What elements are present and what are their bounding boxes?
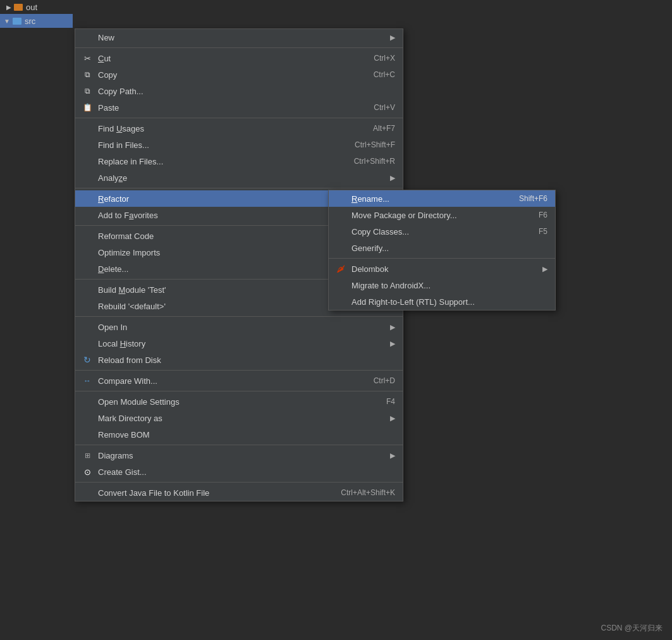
menu-item-analyze[interactable]: Analyze ▶ (75, 169, 403, 186)
arrow-icon-src: ▼ (4, 18, 10, 25)
divider-10 (75, 482, 403, 483)
divider-7 (75, 370, 403, 371)
submenu-shortcut-copy-classes: F5 (539, 227, 547, 236)
submenu-item-copy-classes[interactable]: Copy Classes... F5 (329, 223, 555, 240)
menu-label-new: New (98, 33, 385, 42)
submenu-item-add-rtl[interactable]: Add Right-to-Left (RTL) Support... (329, 293, 555, 310)
submenu-item-delombok[interactable]: 🌶 Delombok ▶ (329, 261, 555, 277)
menu-item-diagrams[interactable]: ⊞ Diagrams ▶ (75, 447, 403, 464)
refactor-submenu: Rename... Shift+F6 Move Package or Direc… (328, 190, 556, 311)
divider-1 (75, 47, 403, 48)
divider-9 (75, 445, 403, 445)
submenu-divider-1 (329, 258, 555, 259)
submenu-arrow-analyze: ▶ (390, 174, 395, 182)
submenu-arrow-local-history: ▶ (390, 340, 395, 348)
submenu-item-move-package[interactable]: Move Package or Directory... F6 (329, 207, 555, 223)
menu-label-find-usages: Find Usages (98, 124, 360, 133)
cut-icon: ✂ (80, 54, 94, 63)
menu-item-reload-from-disk[interactable]: ↻ Reload from Disk (75, 352, 403, 368)
menu-item-find-usages[interactable]: Find Usages Alt+F7 (75, 120, 403, 137)
menu-item-open-in[interactable]: Open In ▶ (75, 319, 403, 335)
divider-2 (75, 118, 403, 118)
menu-item-new[interactable]: New ▶ (75, 29, 403, 46)
menu-item-create-gist[interactable]: ⊙ Create Gist... (75, 464, 403, 480)
menu-item-cut[interactable]: ✂ Cut Ctrl+X (75, 50, 403, 66)
sidebar: ▶ out ▼ src (0, 0, 73, 640)
menu-item-paste[interactable]: 📋 Paste Ctrl+V (75, 99, 403, 116)
copy-icon: ⧉ (80, 70, 94, 79)
menu-label-find-in-files: Find in Files... (98, 140, 342, 150)
divider-3 (75, 188, 403, 188)
submenu-label-generify: Generify... (351, 243, 547, 253)
shortcut-cut: Ctrl+X (374, 54, 395, 63)
menu-label-rebuild: Rebuild '<default>' (98, 302, 338, 311)
menu-label-copy: Copy (98, 70, 361, 80)
submenu-arrow-new: ▶ (390, 34, 395, 42)
submenu-arrow-diagrams: ▶ (390, 452, 395, 460)
menu-item-mark-directory-as[interactable]: Mark Directory as ▶ (75, 410, 403, 426)
submenu-label-migrate-androidx: Migrate to AndroidX... (351, 281, 547, 290)
menu-label-open-module-settings: Open Module Settings (98, 397, 374, 407)
menu-label-create-gist: Create Gist... (98, 467, 395, 477)
shortcut-find-in-files: Ctrl+Shift+F (355, 140, 395, 149)
menu-label-reformat-code: Reformat Code (98, 231, 349, 241)
github-icon: ⊙ (80, 467, 94, 477)
menu-item-copy-path[interactable]: ⧉ Copy Path... (75, 83, 403, 99)
menu-label-diagrams: Diagrams (98, 451, 385, 460)
submenu-label-copy-classes: Copy Classes... (351, 227, 526, 237)
menu-label-mark-directory-as: Mark Directory as (98, 414, 385, 423)
menu-item-convert-java-kotlin[interactable]: Convert Java File to Kotlin File Ctrl+Al… (75, 484, 403, 501)
divider-8 (75, 391, 403, 391)
chili-icon: 🌶 (334, 264, 348, 274)
menu-item-open-module-settings[interactable]: Open Module Settings F4 (75, 393, 403, 410)
submenu-label-move-package: Move Package or Directory... (351, 211, 526, 220)
submenu-item-migrate-androidx[interactable]: Migrate to AndroidX... (329, 277, 555, 293)
submenu-arrow-delombok: ▶ (542, 265, 547, 273)
menu-label-paste: Paste (98, 103, 361, 113)
bottom-watermark: CSDN @天河归来 (601, 623, 663, 634)
arrow-icon: ▶ (6, 4, 11, 11)
menu-label-convert-java-kotlin: Convert Java File to Kotlin File (98, 488, 328, 498)
submenu-label-delombok: Delombok (351, 264, 537, 274)
shortcut-find-usages: Alt+F7 (373, 124, 395, 133)
folder-icon-src (12, 16, 22, 26)
sidebar-item-out[interactable]: ▶ out (0, 0, 73, 14)
shortcut-compare-with: Ctrl+D (374, 376, 395, 385)
menu-label-copy-path: Copy Path... (98, 87, 395, 96)
submenu-shortcut-move-package: F6 (539, 211, 547, 219)
shortcut-convert-java-kotlin: Ctrl+Alt+Shift+K (341, 488, 395, 497)
sidebar-item-label-src: src (25, 16, 35, 26)
compare-icon: ↔ (80, 376, 94, 385)
folder-icon-out (13, 2, 23, 12)
menu-item-remove-bom[interactable]: Remove BOM (75, 426, 403, 443)
menu-item-replace-in-files[interactable]: Replace in Files... Ctrl+Shift+R (75, 153, 403, 169)
shortcut-replace-in-files: Ctrl+Shift+R (354, 157, 395, 166)
shortcut-open-module-settings: F4 (386, 397, 395, 406)
menu-item-local-history[interactable]: Local History ▶ (75, 335, 403, 352)
submenu-label-add-rtl: Add Right-to-Left (RTL) Support... (351, 297, 547, 307)
menu-label-local-history: Local History (98, 339, 385, 348)
submenu-arrow-mark-directory: ▶ (390, 414, 395, 422)
menu-label-compare-with: Compare With... (98, 376, 361, 386)
submenu-item-rename[interactable]: Rename... Shift+F6 (329, 190, 555, 207)
copy-path-icon: ⧉ (80, 87, 94, 95)
menu-label-replace-in-files: Replace in Files... (98, 157, 341, 166)
menu-label-cut: Cut (98, 54, 361, 63)
menu-label-delete: Delete... (98, 264, 360, 274)
menu-item-find-in-files[interactable]: Find in Files... Ctrl+Shift+F (75, 137, 403, 153)
sidebar-item-src[interactable]: ▼ src (0, 14, 73, 28)
menu-label-open-in: Open In (98, 323, 385, 332)
menu-item-copy[interactable]: ⧉ Copy Ctrl+C (75, 66, 403, 83)
submenu-label-rename: Rename... (351, 194, 506, 204)
diagrams-icon: ⊞ (80, 452, 94, 460)
menu-item-compare-with[interactable]: ↔ Compare With... Ctrl+D (75, 372, 403, 389)
menu-label-optimize-imports: Optimize Imports (98, 248, 347, 257)
submenu-arrow-open-in: ▶ (390, 323, 395, 331)
reload-icon: ↻ (80, 355, 94, 365)
submenu-item-generify[interactable]: Generify... (329, 240, 555, 256)
sidebar-item-label-out: out (26, 3, 37, 12)
menu-label-remove-bom: Remove BOM (98, 430, 395, 440)
menu-label-analyze: Analyze (98, 173, 385, 183)
divider-6 (75, 316, 403, 317)
menu-label-reload-from-disk: Reload from Disk (98, 355, 395, 365)
